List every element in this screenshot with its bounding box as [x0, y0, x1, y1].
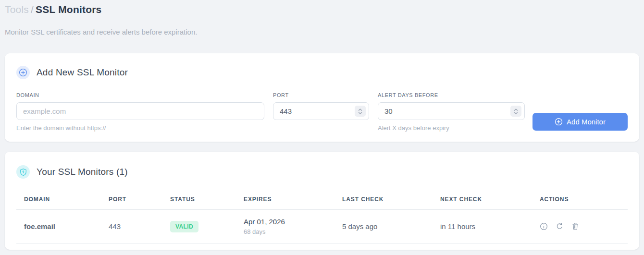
domain-field-group: DOMAIN Enter the domain without https://	[16, 92, 264, 132]
table-header-row: DOMAIN PORT STATUS EXPIRES LAST CHECK NE…	[16, 191, 628, 210]
domain-label: DOMAIN	[16, 92, 264, 98]
expires-date: Apr 01, 2026	[244, 218, 327, 226]
alert-days-field-group: ALERT DAYS BEFORE Alert X days before ex…	[378, 92, 525, 132]
monitors-card-header: Your SSL Monitors (1)	[16, 165, 628, 179]
column-header-actions: ACTIONS	[532, 191, 628, 210]
column-header-expires: EXPIRES	[236, 191, 334, 210]
shield-icon	[16, 165, 30, 179]
monitors-card: Your SSL Monitors (1) DOMAIN PORT STATUS…	[5, 152, 639, 250]
monitors-card-title: Your SSL Monitors (1)	[37, 167, 128, 177]
breadcrumb: Tools/SSL Monitors	[5, 4, 639, 15]
monitor-status-cell: VALID	[162, 210, 236, 243]
monitor-last-check: 5 days ago	[334, 210, 433, 243]
add-monitor-card: Add New SSL Monitor DOMAIN Enter the dom…	[5, 53, 639, 142]
ssl-monitors-page: Tools/SSL Monitors Monitor SSL certifica…	[0, 0, 644, 250]
breadcrumb-current: SSL Monitors	[36, 4, 101, 15]
refresh-icon[interactable]	[556, 222, 564, 231]
table-row: foe.email 443 VALID Apr 01, 2026 68 days…	[16, 210, 628, 243]
column-header-status: STATUS	[162, 191, 236, 210]
info-icon[interactable]	[540, 222, 548, 231]
breadcrumb-separator: /	[29, 4, 36, 15]
monitor-domain: foe.email	[16, 210, 101, 243]
alert-days-input[interactable]	[378, 102, 525, 120]
monitor-expires-cell: Apr 01, 2026 68 days	[236, 210, 334, 243]
monitor-port: 443	[101, 210, 162, 243]
port-label: PORT	[273, 92, 369, 98]
add-monitor-button[interactable]: Add Monitor	[533, 113, 628, 131]
monitor-next-check[interactable]: in 11 hours	[433, 210, 532, 243]
status-badge: VALID	[170, 221, 198, 232]
alert-days-stepper[interactable]	[510, 106, 521, 117]
alert-days-label: ALERT DAYS BEFORE	[378, 92, 525, 98]
monitors-table: DOMAIN PORT STATUS EXPIRES LAST CHECK NE…	[16, 191, 628, 243]
add-monitor-form: DOMAIN Enter the domain without https://…	[16, 92, 628, 132]
expires-days-remaining: 68 days	[244, 228, 327, 235]
add-monitor-button-wrap: Add Monitor	[533, 92, 628, 131]
add-monitor-card-title: Add New SSL Monitor	[37, 67, 128, 78]
plus-circle-icon	[555, 118, 563, 126]
alert-days-helper-text: Alert X days before expiry	[378, 124, 525, 132]
port-field-group: PORT	[273, 92, 369, 120]
page-subtitle: Monitor SSL certificates and receive ale…	[5, 28, 639, 36]
monitor-actions-cell	[532, 210, 628, 243]
column-header-domain: DOMAIN	[16, 191, 101, 210]
port-stepper[interactable]	[355, 106, 366, 117]
column-header-last-check: LAST CHECK	[334, 191, 433, 210]
trash-icon[interactable]	[571, 222, 579, 231]
column-header-next-check: NEXT CHECK	[433, 191, 532, 210]
add-monitor-button-label: Add Monitor	[567, 118, 606, 126]
domain-helper-text: Enter the domain without https://	[16, 124, 264, 132]
plus-circle-icon	[16, 66, 30, 79]
column-header-port: PORT	[101, 191, 162, 210]
row-actions	[540, 222, 620, 231]
breadcrumb-section[interactable]: Tools	[5, 4, 29, 15]
domain-input[interactable]	[16, 102, 264, 120]
add-monitor-card-header: Add New SSL Monitor	[16, 66, 628, 79]
